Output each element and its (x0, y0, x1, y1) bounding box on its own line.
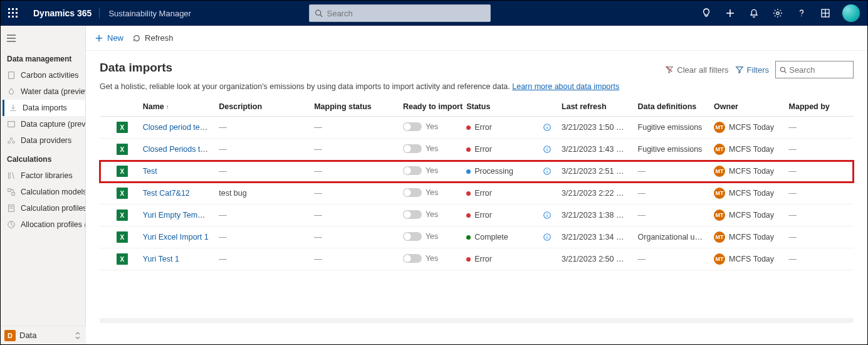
info-icon[interactable] (543, 123, 552, 132)
col-description[interactable]: Description (214, 97, 309, 117)
ready-toggle[interactable]: Yes (403, 166, 438, 175)
col-ready[interactable]: Ready to import (398, 97, 461, 117)
nav-carbon-activities[interactable]: Carbon activities (1, 67, 85, 83)
nav-calculation-profiles[interactable]: Calculation profiles (1, 200, 85, 216)
import-name-link[interactable]: Test (143, 167, 157, 176)
table-row[interactable]: X Yuri Empty Template … — — Yes Error 3/… (100, 204, 854, 226)
ready-toggle[interactable]: Yes (403, 210, 438, 219)
status-badge: Error (466, 255, 492, 263)
table-row[interactable]: X Yuri Excel Import 1 — — Yes Complete 3… (100, 226, 854, 248)
owner-badge: MT (714, 166, 725, 177)
svg-line-10 (320, 14, 322, 16)
excel-icon: X (117, 166, 128, 177)
nav-data-imports[interactable]: Data imports (1, 100, 85, 116)
data-definitions-cell: — (633, 248, 709, 270)
product-brand[interactable]: Dynamics 365 (26, 8, 100, 18)
owner-badge: MT (714, 122, 725, 133)
table-row[interactable]: X Closed Periods test 1 — — Yes Error 3/… (100, 139, 854, 161)
app-launcher-icon[interactable] (1, 1, 26, 26)
grid-search-input[interactable] (789, 65, 849, 75)
learn-more-link[interactable]: Learn more about data imports (512, 82, 619, 91)
import-name-link[interactable]: Yuri Test 1 (143, 255, 179, 263)
clear-filters-label: Clear all filters (677, 65, 728, 75)
add-icon[interactable] (718, 1, 742, 26)
global-search[interactable] (309, 4, 491, 22)
owner-badge: MT (714, 144, 725, 155)
ready-toggle[interactable]: Yes (403, 254, 438, 263)
col-mapped-by[interactable]: Mapped by (784, 97, 854, 117)
excel-icon: X (117, 188, 128, 199)
import-name-link[interactable]: Closed period test 2 (143, 123, 212, 132)
data-definitions-cell: Fugitive emissions (633, 117, 709, 139)
import-name-link[interactable]: Yuri Excel Import 1 (143, 233, 209, 242)
gear-icon[interactable] (766, 1, 790, 26)
import-name-link[interactable]: Yuri Empty Template … (143, 211, 214, 220)
svg-rect-28 (12, 193, 14, 195)
import-name-link[interactable]: Test Cat7&12 (143, 189, 190, 198)
last-refresh-cell: 3/21/2023 1:34 PM (557, 226, 633, 248)
table-row[interactable]: X Yuri Test 1 — — Yes Error 3/21/2023 2:… (100, 248, 854, 270)
info-icon[interactable] (543, 211, 552, 220)
horizontal-scrollbar[interactable] (100, 318, 854, 323)
col-last-refresh[interactable]: Last refresh (557, 97, 633, 117)
page-title: Data imports (100, 61, 172, 75)
ready-toggle[interactable]: Yes (403, 232, 438, 241)
info-icon[interactable] (543, 233, 552, 242)
help-icon[interactable] (790, 1, 813, 26)
info-icon[interactable] (543, 167, 552, 176)
col-name[interactable]: Name↑ (138, 97, 214, 117)
table-row[interactable]: X Closed period test 2 — — Yes Error 3/2… (100, 117, 854, 139)
filters-button[interactable]: Filters (735, 65, 769, 75)
description-cell: — (214, 161, 309, 183)
global-search-input[interactable] (327, 9, 485, 18)
owner-cell[interactable]: MTMCFS Today (714, 144, 778, 155)
description-cell: — (214, 117, 309, 139)
owner-cell[interactable]: MTMCFS Today (714, 166, 778, 177)
nav-allocation-profiles[interactable]: Allocation profiles (p… (1, 216, 85, 233)
filter-icon (735, 65, 744, 74)
status-badge: Complete (466, 233, 508, 242)
nav-collapse-button[interactable] (1, 28, 85, 48)
nav-calculation-models[interactable]: Calculation models (1, 184, 85, 200)
svg-point-24 (10, 138, 13, 141)
svg-point-15 (801, 16, 802, 16)
refresh-button-label: Refresh (145, 33, 174, 43)
data-definitions-cell: — (633, 183, 709, 204)
new-button[interactable]: New (95, 33, 123, 43)
nav-data-capture[interactable]: Data capture (preview) (1, 116, 85, 132)
col-data-definitions[interactable]: Data definitions (633, 97, 709, 117)
lightbulb-icon[interactable] (694, 1, 718, 26)
nav-water-data[interactable]: Water data (preview) (1, 83, 85, 100)
owner-cell[interactable]: MTMCFS Today (714, 253, 778, 265)
ready-toggle[interactable]: Yes (403, 122, 438, 131)
grid-icon[interactable] (813, 1, 837, 26)
clear-filters-button[interactable]: Clear all filters (665, 65, 728, 75)
import-name-link[interactable]: Closed Periods test 1 (143, 145, 214, 154)
col-mapping-status[interactable]: Mapping status (309, 97, 398, 117)
owner-badge: MT (714, 253, 725, 265)
owner-cell[interactable]: MTMCFS Today (714, 231, 778, 243)
owner-cell[interactable]: MTMCFS Today (714, 188, 778, 199)
info-icon[interactable] (543, 145, 552, 154)
refresh-button[interactable]: Refresh (132, 33, 174, 43)
user-avatar[interactable] (842, 4, 860, 22)
table-row[interactable]: X Test — — Yes Processing 3/21/2023 2:51… (100, 161, 854, 183)
nav-data-providers[interactable]: Data providers (1, 132, 85, 149)
nav-label: Carbon activities (21, 71, 78, 80)
svg-rect-0 (8, 8, 10, 10)
grid-search[interactable] (775, 61, 854, 78)
nav-factor-libraries[interactable]: Factor libraries (1, 167, 85, 184)
owner-cell[interactable]: MTMCFS Today (714, 210, 778, 221)
col-status[interactable]: Status (461, 97, 557, 117)
ready-toggle[interactable]: Yes (403, 144, 438, 153)
svg-rect-2 (16, 8, 18, 10)
last-refresh-cell: 3/21/2023 1:38 PM (557, 204, 633, 226)
svg-rect-6 (8, 16, 10, 18)
owner-cell[interactable]: MTMCFS Today (714, 122, 778, 133)
ready-toggle[interactable]: Yes (403, 188, 438, 197)
area-switcher[interactable]: D Data (1, 326, 86, 344)
col-owner[interactable]: Owner (709, 97, 783, 117)
description-cell: — (214, 248, 309, 270)
bell-icon[interactable] (742, 1, 766, 26)
table-row[interactable]: X Test Cat7&12 test bug — Yes Error 3/21… (100, 183, 854, 204)
